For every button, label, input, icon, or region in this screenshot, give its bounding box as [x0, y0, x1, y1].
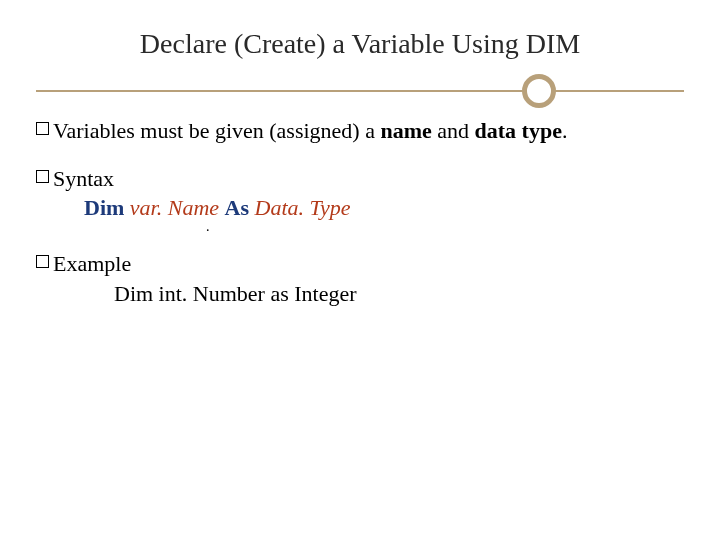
keyword-as: As — [225, 195, 249, 220]
keyword-dim: Dim — [84, 195, 124, 220]
data-type: Data. Type — [249, 195, 351, 220]
example-code: Dim int. Number as Integer — [36, 279, 684, 309]
var-name: var. Name — [124, 195, 224, 220]
syntax-code: Dim var. Name As Data. Type — [36, 193, 684, 223]
bullet-icon — [36, 122, 49, 135]
syntax-block: Syntax Dim var. Name As Data. Type . — [36, 164, 684, 232]
paragraph-variables: Variables must be given (assigned) a nam… — [36, 116, 684, 146]
text-mid: and — [432, 118, 475, 143]
slide: Declare (Create) a Variable Using DIM Va… — [0, 0, 720, 540]
bullet-icon — [36, 170, 49, 183]
bullet-icon — [36, 255, 49, 268]
syntax-label: Syntax — [53, 164, 114, 194]
content-area: Variables must be given (assigned) a nam… — [36, 116, 684, 309]
text-name: name — [380, 118, 431, 143]
divider-circle-icon — [522, 74, 556, 108]
divider-line — [36, 90, 684, 92]
text-suffix: . — [562, 118, 568, 143]
slide-title: Declare (Create) a Variable Using DIM — [36, 28, 684, 60]
dot-marker: . — [36, 223, 684, 231]
divider — [36, 74, 684, 108]
text-datatype: data type — [475, 118, 562, 143]
example-label: Example — [53, 249, 131, 279]
paragraph-text: Variables must be given (assigned) a nam… — [53, 116, 567, 146]
text-prefix: Variables must be given (assigned) a — [53, 118, 380, 143]
example-block: Example Dim int. Number as Integer — [36, 249, 684, 308]
